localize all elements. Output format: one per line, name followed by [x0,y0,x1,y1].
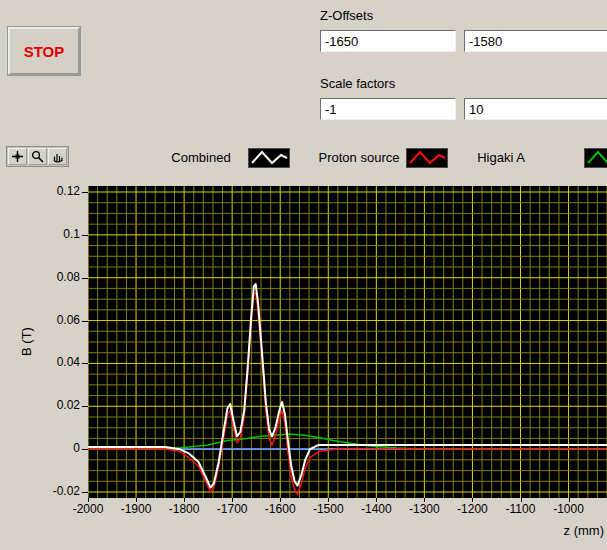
grid-lines [88,186,607,498]
zoom-icon [31,150,44,163]
crosshair-icon [11,150,24,163]
plot-canvas [88,186,607,498]
legend-item-combined[interactable]: Combined [158,148,244,168]
x-tick-label: -1000 [544,502,594,516]
x-tick-mark [232,498,233,502]
line-sample-icon [407,149,447,167]
x-tick-mark [472,498,473,502]
legend-sample-higaki-a[interactable] [584,148,607,168]
y-tick-label: 0.08 [30,270,80,284]
legend-sample-proton-source[interactable] [406,148,448,168]
stop-button[interactable]: STOP [8,27,80,75]
scale-factors-label: Scale factors [320,76,395,91]
cursor-tool-button[interactable] [8,148,27,165]
plot-area[interactable] [88,186,607,498]
y-tick-label: 0.04 [30,355,80,369]
pan-tool-button[interactable] [48,148,67,165]
x-axis-title: z (mm) [542,523,604,538]
scale-factor-input-1[interactable] [320,98,456,120]
y-tick-label: 0.02 [30,398,80,412]
legend-sample-combined[interactable] [248,148,290,168]
scale-factor-input-2[interactable] [464,98,607,120]
x-tick-label: -1200 [447,502,497,516]
x-tick-label: -1400 [351,502,401,516]
y-tick-label: 0.06 [30,313,80,327]
x-tick-label: -1700 [207,502,257,516]
x-tick-mark [184,498,185,502]
x-tick-label: -1600 [255,502,305,516]
x-tick-mark [136,498,137,502]
legend-item-proton-source[interactable]: Proton source [316,148,402,168]
x-tick-label: -2000 [63,502,113,516]
pan-hand-icon [51,150,64,163]
x-tick-mark [424,498,425,502]
z-offsets-label: Z-Offsets [320,8,373,23]
line-sample-icon [249,149,289,167]
x-tick-label: -1500 [303,502,353,516]
zoom-tool-button[interactable] [28,148,47,165]
x-tick-mark [569,498,570,502]
legend-item-higaki-a[interactable]: Higaki A [458,148,544,168]
y-tick-label: 0.12 [30,184,80,198]
y-tick-label: 0 [30,441,80,455]
x-tick-label: -1900 [111,502,161,516]
x-tick-label: -1800 [159,502,209,516]
x-tick-mark [376,498,377,502]
x-tick-mark [88,498,89,502]
x-tick-label: -1300 [399,502,449,516]
x-tick-mark [328,498,329,502]
y-tick-label: -0.02 [30,484,80,498]
line-sample-icon [585,149,607,167]
x-tick-mark [521,498,522,502]
y-tick-label: 0.1 [30,227,80,241]
z-offset-input-1[interactable] [320,30,456,52]
z-offset-input-2[interactable] [464,30,607,52]
y-axis-title: B (T) [19,312,34,372]
x-tick-label: -1100 [496,502,546,516]
x-tick-mark [280,498,281,502]
graph-tools-palette [6,146,69,167]
